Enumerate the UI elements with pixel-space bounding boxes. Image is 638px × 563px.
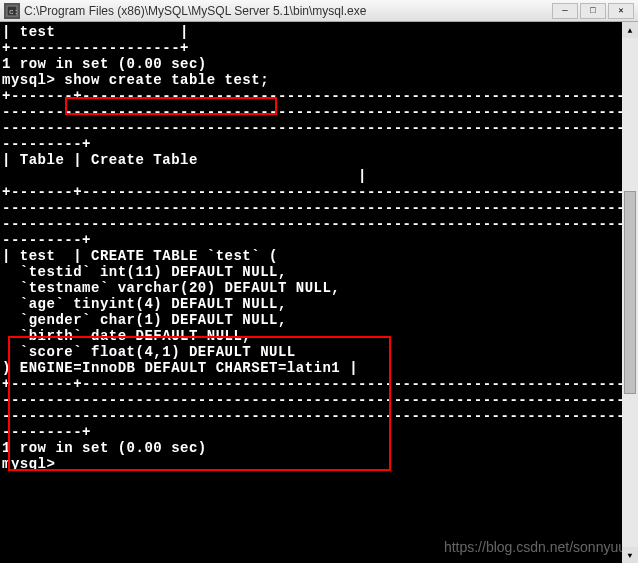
output-line: ---------+ bbox=[2, 232, 636, 248]
output-line: | test | CREATE TABLE `test` ( bbox=[2, 248, 636, 264]
output-line: ----------------------------------------… bbox=[2, 104, 636, 120]
command-line: mysql> show create table test; bbox=[2, 72, 636, 88]
output-line: `score` float(4,1) DEFAULT NULL bbox=[2, 344, 636, 360]
output-line: ----------------------------------------… bbox=[2, 392, 636, 408]
output-line: 1 row in set (0.00 sec) bbox=[2, 56, 636, 72]
output-line: 1 row in set (0.00 sec) bbox=[2, 440, 636, 456]
output-line: ----------------------------------------… bbox=[2, 216, 636, 232]
output-line: ----------------------------------------… bbox=[2, 200, 636, 216]
output-line: ---------+ bbox=[2, 424, 636, 440]
output-line: `birth` date DEFAULT NULL, bbox=[2, 328, 636, 344]
terminal-output[interactable]: | test | +-------------------+ 1 row in … bbox=[0, 22, 638, 563]
scrollbar-thumb[interactable] bbox=[624, 191, 636, 395]
close-button[interactable]: ✕ bbox=[608, 3, 634, 19]
watermark-text: https://blog.csdn.net/sonnyuu bbox=[444, 539, 626, 555]
output-line: `age` tinyint(4) DEFAULT NULL, bbox=[2, 296, 636, 312]
output-line: +-------+-------------------------------… bbox=[2, 376, 636, 392]
output-line: ---------+ bbox=[2, 136, 636, 152]
scrollbar-track[interactable] bbox=[622, 38, 638, 547]
svg-text:c:: c: bbox=[9, 7, 18, 16]
window-titlebar: c: C:\Program Files (x86)\MySQL\MySQL Se… bbox=[0, 0, 638, 22]
scroll-down-button[interactable]: ▼ bbox=[622, 547, 638, 563]
window-controls: ─ □ ✕ bbox=[552, 3, 634, 19]
output-line: +-------+-------------------------------… bbox=[2, 88, 636, 104]
scroll-up-button[interactable]: ▲ bbox=[622, 22, 638, 38]
output-line: ----------------------------------------… bbox=[2, 408, 636, 424]
output-line: | bbox=[2, 168, 636, 184]
output-line: `testname` varchar(20) DEFAULT NULL, bbox=[2, 280, 636, 296]
output-line: ) ENGINE=InnoDB DEFAULT CHARSET=latin1 | bbox=[2, 360, 636, 376]
prompt-line: mysql> bbox=[2, 456, 636, 472]
output-line: +-------+-------------------------------… bbox=[2, 184, 636, 200]
vertical-scrollbar[interactable]: ▲ ▼ bbox=[622, 22, 638, 563]
minimize-button[interactable]: ─ bbox=[552, 3, 578, 19]
output-line: ----------------------------------------… bbox=[2, 120, 636, 136]
output-line: `testid` int(11) DEFAULT NULL, bbox=[2, 264, 636, 280]
output-line: `gender` char(1) DEFAULT NULL, bbox=[2, 312, 636, 328]
window-title: C:\Program Files (x86)\MySQL\MySQL Serve… bbox=[24, 4, 552, 18]
output-line: | test | bbox=[2, 24, 636, 40]
maximize-button[interactable]: □ bbox=[580, 3, 606, 19]
app-icon: c: bbox=[4, 3, 20, 19]
output-line: | Table | Create Table bbox=[2, 152, 636, 168]
output-line: +-------------------+ bbox=[2, 40, 636, 56]
